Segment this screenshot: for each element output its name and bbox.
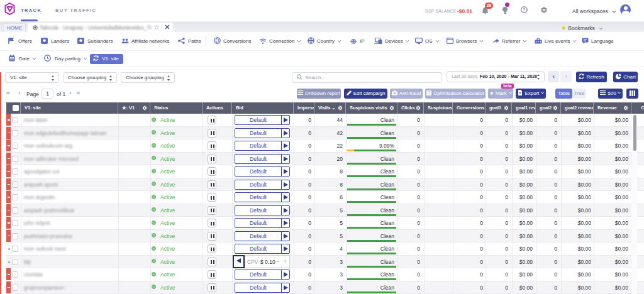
svg-text:?: ? (523, 8, 525, 12)
